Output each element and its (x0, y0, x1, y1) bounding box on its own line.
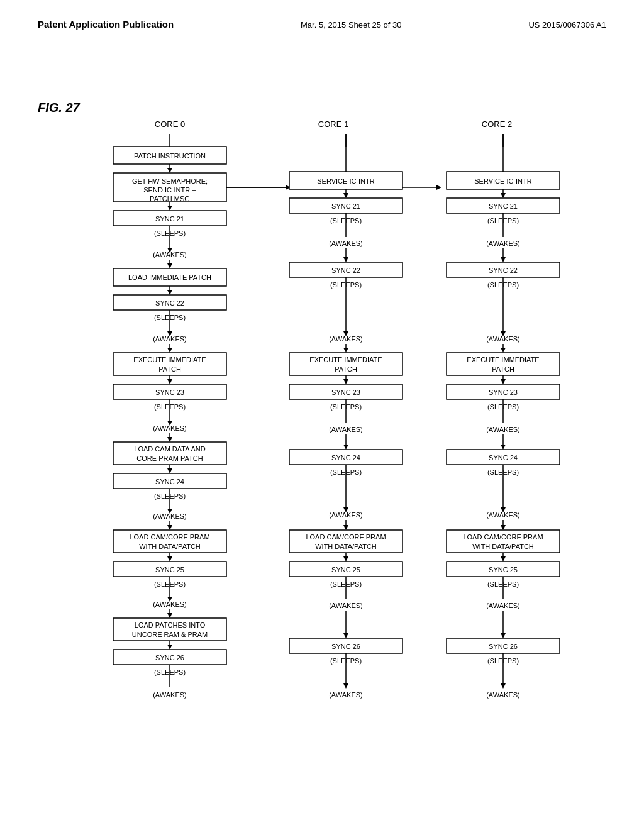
page-header: Patent Application Publication Mar. 5, 2… (0, 0, 644, 36)
svg-text:LOAD CAM DATA AND: LOAD CAM DATA AND (134, 445, 205, 453)
svg-text:PATCH MSG: PATCH MSG (150, 195, 190, 202)
diagram-svg: PATCH INSTRUCTION GET HW SEMAPHORE; SEND… (38, 134, 604, 813)
svg-text:SYNC 24: SYNC 24 (489, 454, 518, 462)
svg-text:(AWAKES): (AWAKES) (329, 602, 363, 609)
svg-marker-195 (501, 633, 506, 638)
svg-text:SYNC 21: SYNC 21 (155, 215, 184, 223)
svg-marker-14 (436, 185, 441, 190)
svg-text:SYNC 26: SYNC 26 (489, 643, 518, 650)
svg-marker-24 (167, 263, 172, 268)
svg-text:(AWAKES): (AWAKES) (329, 426, 363, 433)
svg-marker-183 (501, 525, 506, 530)
svg-marker-75 (167, 613, 172, 618)
svg-marker-148 (501, 193, 506, 198)
svg-marker-163 (501, 348, 506, 353)
svg-text:GET HW SEMAPHORE;: GET HW SEMAPHORE; (132, 177, 208, 185)
col-header-core1: CORE 1 (270, 119, 396, 129)
svg-text:SYNC 25: SYNC 25 (331, 566, 360, 573)
svg-text:SYNC 23: SYNC 23 (331, 389, 360, 396)
svg-text:SYNC 26: SYNC 26 (155, 654, 184, 661)
header-date-sheet: Mar. 5, 2015 Sheet 25 of 30 (301, 20, 401, 30)
header-publication-label: Patent Application Publication (38, 19, 174, 30)
svg-text:(AWAKES): (AWAKES) (153, 251, 187, 258)
svg-text:WITH DATA/PATCH: WITH DATA/PATCH (315, 543, 377, 550)
svg-text:SYNC 25: SYNC 25 (489, 566, 518, 573)
svg-text:(AWAKES): (AWAKES) (329, 511, 363, 519)
svg-text:SYNC 21: SYNC 21 (489, 202, 518, 210)
figure-label: FIG. 27 (38, 101, 80, 115)
svg-text:PATCH: PATCH (492, 365, 514, 373)
svg-text:LOAD IMMEDIATE PATCH: LOAD IMMEDIATE PATCH (128, 274, 211, 281)
svg-text:(AWAKES): (AWAKES) (486, 511, 520, 519)
svg-text:SERVICE IC-INTR: SERVICE IC-INTR (474, 177, 532, 185)
svg-text:LOAD CAM/CORE PRAM: LOAD CAM/CORE PRAM (463, 533, 543, 541)
svg-marker-105 (343, 348, 348, 353)
svg-marker-62 (167, 525, 172, 530)
svg-marker-36 (167, 348, 172, 353)
svg-text:EXECUTE IMMEDIATE: EXECUTE IMMEDIATE (133, 356, 206, 363)
svg-text:(AWAKES): (AWAKES) (486, 691, 520, 699)
svg-marker-80 (167, 645, 172, 650)
svg-text:CORE PRAM PATCH: CORE PRAM PATCH (136, 455, 203, 462)
col-header-core0: CORE 0 (107, 119, 233, 129)
svg-marker-16 (167, 206, 172, 211)
patch-instruction-text: PATCH INSTRUCTION (134, 152, 206, 160)
svg-marker-155 (501, 257, 506, 262)
svg-text:SYNC 22: SYNC 22 (489, 267, 518, 274)
svg-marker-175 (501, 445, 506, 450)
svg-marker-97 (343, 257, 348, 262)
svg-text:LOAD CAM/CORE PRAM: LOAD CAM/CORE PRAM (130, 533, 209, 541)
svg-marker-49 (167, 437, 172, 442)
svg-text:SYNC 23: SYNC 23 (155, 389, 184, 396)
svg-text:SYNC 26: SYNC 26 (331, 643, 360, 650)
diagram-container: CORE 0 CORE 1 CORE 2 PATCH INSTRUCTION G… (38, 119, 606, 811)
svg-marker-130 (343, 556, 348, 562)
svg-text:SYNC 24: SYNC 24 (155, 478, 184, 485)
svg-text:PATCH: PATCH (335, 365, 357, 373)
svg-text:SYNC 22: SYNC 22 (155, 299, 184, 307)
svg-marker-168 (501, 379, 506, 384)
svg-text:PATCH: PATCH (158, 365, 181, 373)
svg-marker-188 (501, 556, 506, 562)
svg-text:UNCORE RAM & PRAM: UNCORE RAM & PRAM (132, 631, 208, 638)
col-header-core2: CORE 2 (434, 119, 560, 129)
svg-text:SERVICE IC-INTR: SERVICE IC-INTR (317, 177, 375, 185)
svg-text:SEND IC-INTR +: SEND IC-INTR + (143, 186, 196, 194)
svg-text:SYNC 21: SYNC 21 (331, 202, 360, 210)
svg-text:(AWAKES): (AWAKES) (486, 240, 520, 247)
svg-marker-125 (343, 525, 348, 530)
svg-text:(AWAKES): (AWAKES) (153, 600, 187, 608)
svg-text:(AWAKES): (AWAKES) (486, 602, 520, 609)
svg-text:(AWAKES): (AWAKES) (329, 335, 363, 343)
svg-marker-142 (343, 683, 348, 689)
svg-marker-110 (343, 379, 348, 384)
svg-marker-5 (167, 168, 172, 173)
svg-text:SYNC 24: SYNC 24 (331, 454, 360, 462)
svg-text:LOAD PATCHES INTO: LOAD PATCHES INTO (135, 621, 206, 629)
svg-text:SYNC 22: SYNC 22 (331, 267, 360, 274)
svg-text:(AWAKES): (AWAKES) (153, 424, 187, 432)
svg-text:(AWAKES): (AWAKES) (153, 512, 187, 520)
svg-text:SYNC 25: SYNC 25 (155, 566, 184, 573)
svg-text:(AWAKES): (AWAKES) (153, 691, 187, 699)
svg-text:(AWAKES): (AWAKES) (153, 335, 187, 343)
header-patent-number: US 2015/0067306 A1 (528, 20, 606, 30)
svg-marker-67 (167, 556, 172, 562)
svg-marker-28 (167, 290, 172, 295)
svg-text:(AWAKES): (AWAKES) (329, 240, 363, 247)
svg-text:LOAD CAM/CORE PRAM: LOAD CAM/CORE PRAM (306, 533, 386, 541)
svg-text:EXECUTE IMMEDIATE: EXECUTE IMMEDIATE (309, 356, 382, 363)
svg-text:(AWAKES): (AWAKES) (329, 691, 363, 699)
svg-marker-90 (343, 193, 348, 198)
svg-text:SYNC 23: SYNC 23 (489, 389, 518, 396)
svg-text:(AWAKES): (AWAKES) (486, 426, 520, 433)
svg-marker-54 (167, 468, 172, 473)
svg-marker-137 (343, 633, 348, 638)
svg-marker-117 (343, 445, 348, 450)
svg-marker-200 (501, 683, 506, 689)
svg-text:(AWAKES): (AWAKES) (486, 335, 520, 343)
svg-text:EXECUTE IMMEDIATE: EXECUTE IMMEDIATE (467, 356, 539, 363)
svg-marker-41 (167, 379, 172, 384)
svg-text:WITH DATA/PATCH: WITH DATA/PATCH (472, 543, 534, 550)
svg-text:WITH DATA/PATCH: WITH DATA/PATCH (139, 543, 201, 550)
